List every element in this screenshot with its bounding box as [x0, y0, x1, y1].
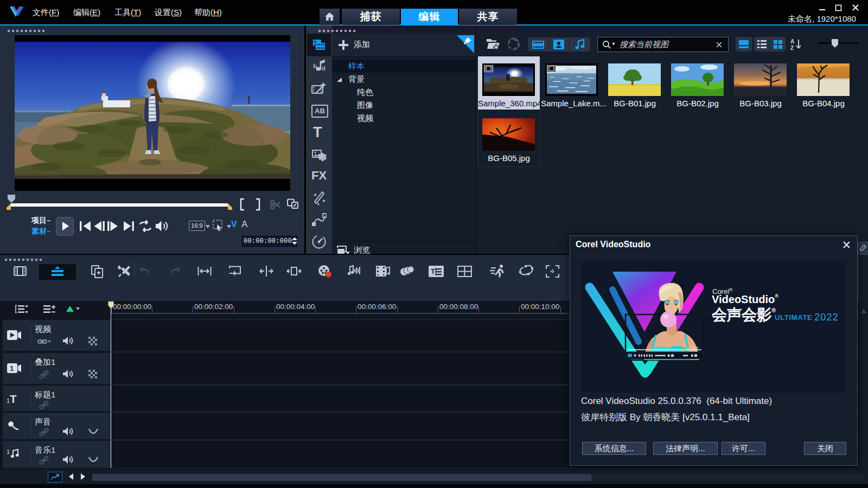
svg-text:[ ] ⧉: [ ] ⧉ [692, 346, 699, 349]
svg-text:1: 1 [10, 364, 14, 373]
svg-text:Z: Z [790, 45, 794, 51]
svg-text:A: A [790, 38, 794, 44]
svg-text:T: T [431, 267, 435, 275]
